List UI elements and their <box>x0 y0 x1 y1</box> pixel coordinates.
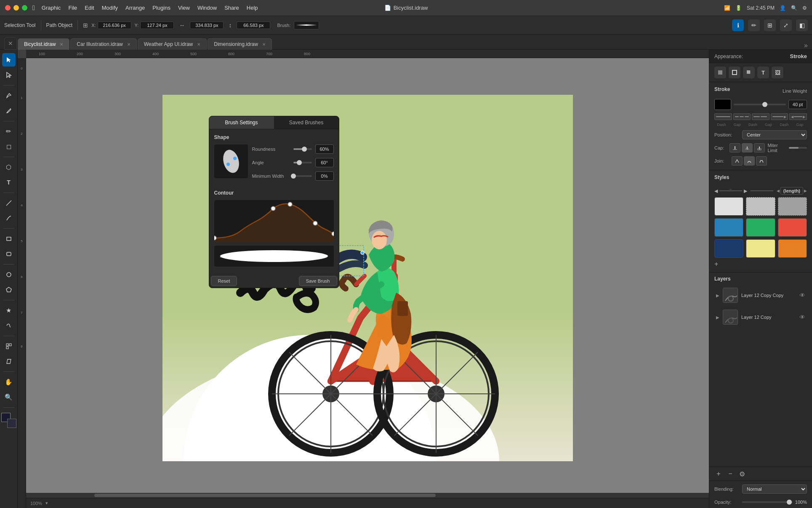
tab-car[interactable]: Car Illustration.idraw ✕ <box>70 38 136 50</box>
shadow-icon[interactable] <box>743 67 755 78</box>
menu-graphic[interactable]: Graphic <box>42 5 61 11</box>
cap-buttons[interactable] <box>729 143 765 152</box>
y-coord[interactable]: Y: 127.24 px <box>135 21 174 29</box>
brush-preview[interactable] <box>294 21 319 29</box>
brush-tool[interactable] <box>2 104 16 118</box>
menu-share[interactable]: Share <box>224 5 239 11</box>
join-buttons[interactable] <box>732 156 767 166</box>
menu-window[interactable]: Window <box>197 5 217 11</box>
layers-icon[interactable]: ◧ <box>796 19 808 31</box>
add-style-button[interactable]: + <box>714 260 718 268</box>
style-light-gray[interactable] <box>746 197 775 216</box>
add-layer-button[interactable]: + <box>714 470 723 478</box>
rect-tool[interactable] <box>2 232 16 246</box>
freeform-tool[interactable] <box>2 319 16 332</box>
position-select[interactable]: Center <box>742 130 807 139</box>
tab-overflow[interactable]: » <box>804 42 808 49</box>
layer-visibility-2[interactable]: 👁 <box>799 314 805 321</box>
cap-butt[interactable] <box>729 143 740 152</box>
width-coord[interactable]: 334.833 px <box>190 21 224 29</box>
line-weight-thumb[interactable] <box>762 102 767 107</box>
opacity-slider[interactable] <box>742 501 793 503</box>
stroke-dash-2[interactable] <box>752 113 769 120</box>
group-tool[interactable] <box>2 340 16 353</box>
menu-arrange[interactable]: Arrange <box>125 5 145 11</box>
star-tool[interactable]: ★ <box>2 304 16 317</box>
menu-edit[interactable]: Edit <box>85 5 94 11</box>
stroke-dash-1[interactable] <box>733 113 751 120</box>
arrange-icon[interactable]: ⤢ <box>780 19 792 31</box>
pencil-icon[interactable]: ✏ <box>748 19 760 31</box>
roundness-thumb[interactable] <box>302 147 307 152</box>
toolbar-right-icons[interactable]: ℹ ✏ ⊞ ⤢ ◧ <box>732 19 808 31</box>
menu-plugins[interactable]: Plugins <box>152 5 170 11</box>
grid-layout-icon[interactable]: ⊞ <box>764 19 776 31</box>
stroke-color[interactable] <box>7 419 16 428</box>
eraser-tool[interactable]: ◻ <box>2 140 16 153</box>
x-coord[interactable]: X: 216.636 px <box>91 21 131 29</box>
pencil-tool[interactable]: ✏ <box>2 125 16 138</box>
shape-preview[interactable] <box>214 144 248 178</box>
canvas-document[interactable]: Brush Settings Saved Brushes Shape <box>162 95 573 461</box>
add-style-row[interactable]: + <box>714 260 807 268</box>
angle-thumb[interactable] <box>297 160 302 165</box>
style-white[interactable] <box>714 197 743 216</box>
cap-square[interactable] <box>754 143 765 152</box>
min-width-thumb[interactable] <box>291 174 296 179</box>
style-orange[interactable] <box>778 239 807 258</box>
direct-selection-tool[interactable] <box>2 68 16 82</box>
canvas-area[interactable]: 100 200 300 400 500 600 700 800 0 1 2 3 … <box>18 50 709 508</box>
layer-item-2[interactable]: ▶ Layer 12 Copy 👁 <box>714 307 807 327</box>
tab-bicyclist-close[interactable]: ✕ <box>60 42 63 47</box>
height-coord[interactable]: 66.583 px <box>237 21 270 29</box>
stroke-solid[interactable] <box>714 113 732 120</box>
stroke-style-row-1[interactable]: ▶ ◀ ▶ <box>714 113 807 120</box>
line-weight-value[interactable]: 40 pt <box>788 100 807 109</box>
roundness-slider[interactable] <box>293 148 312 150</box>
fill-icon[interactable] <box>714 67 726 78</box>
rounded-rect-tool[interactable] <box>2 247 16 261</box>
shear-tool[interactable] <box>2 355 16 368</box>
arc-tool[interactable] <box>2 211 16 225</box>
new-tab-button[interactable]: ✕ <box>4 37 17 50</box>
selection-tool[interactable] <box>2 53 16 67</box>
minimize-button[interactable] <box>13 5 19 11</box>
menu-modify[interactable]: Modify <box>102 5 118 11</box>
stroke-arrow-2[interactable]: ◀ ▶ <box>789 113 807 120</box>
text-appearance-icon[interactable]: T <box>757 67 769 78</box>
scrollbar-thumb[interactable] <box>94 494 436 497</box>
text-tool[interactable]: T <box>2 176 16 189</box>
menu-bar[interactable]: Graphic File Edit Modify Arrange Plugins… <box>42 5 258 11</box>
stroke-color-swatch[interactable] <box>714 99 731 110</box>
appearance-icons-row[interactable]: T 🖼 <box>709 63 812 82</box>
polygon-tool[interactable] <box>2 283 16 297</box>
search-icon[interactable]: 🔍 <box>791 5 797 11</box>
reset-button[interactable]: Reset <box>211 276 237 286</box>
layer-item-1[interactable]: ▶ Layer 12 Copy Copy 👁 <box>714 285 807 305</box>
opacity-thumb[interactable] <box>787 500 792 505</box>
menu-help[interactable]: Help <box>247 5 258 11</box>
brush-panel-buttons[interactable]: Reset Save Brush <box>209 276 339 288</box>
zoom-tool[interactable]: 🔍 <box>2 390 16 404</box>
min-width-value[interactable]: 0% <box>315 171 334 181</box>
tab-dimensioning-close[interactable]: ✕ <box>262 42 266 47</box>
menu-view[interactable]: View <box>178 5 190 11</box>
min-width-slider[interactable] <box>293 175 312 177</box>
style-yellow[interactable] <box>746 239 775 258</box>
pen-tool[interactable] <box>2 89 16 102</box>
line-tool[interactable] <box>2 196 16 210</box>
styles-nav-row[interactable]: ◀ ← ▶ ◀ (length) ▶ <box>714 187 807 195</box>
layer-settings-button[interactable]: ⚙ <box>738 470 746 478</box>
blending-select[interactable]: Normal <box>742 484 807 494</box>
roundness-value[interactable]: 60% <box>315 144 334 154</box>
layer-visibility-1[interactable]: 👁 <box>799 292 805 299</box>
brush-settings-tab[interactable]: Brush Settings <box>209 116 274 129</box>
info-icon[interactable]: ℹ <box>732 19 744 31</box>
styles-arrow-left[interactable]: ◀ <box>714 188 718 194</box>
zoom-dropdown[interactable]: ▾ <box>45 500 48 506</box>
tab-bicyclist[interactable]: Bicyclist.idraw ✕ <box>18 38 69 50</box>
menu-file[interactable]: File <box>68 5 77 11</box>
style-blue[interactable] <box>714 218 743 237</box>
join-bevel[interactable] <box>756 156 767 166</box>
tab-dimensioning[interactable]: Dimensioning.idraw ✕ <box>208 38 272 50</box>
